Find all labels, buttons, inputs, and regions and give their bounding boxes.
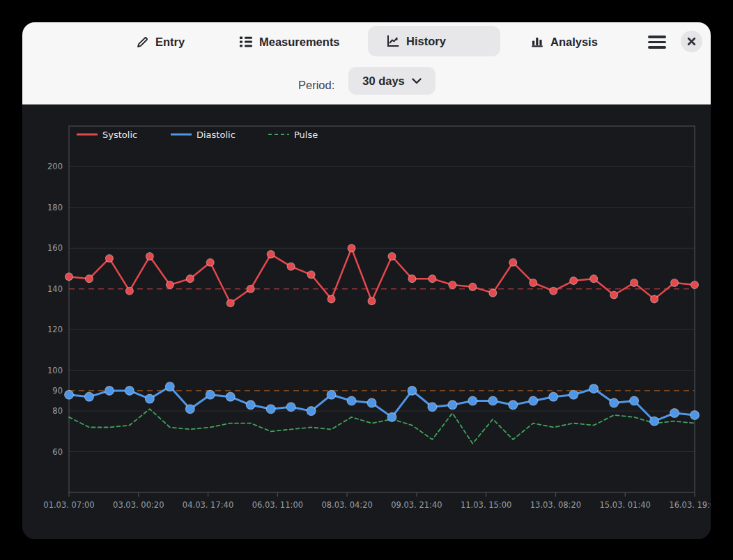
svg-text:Systolic: Systolic <box>102 130 137 140</box>
close-button[interactable] <box>681 31 702 52</box>
svg-text:80: 80 <box>52 406 63 416</box>
chart-area: 01.03. 07:0003.03. 00:2004.03. 17:4006.0… <box>22 104 711 539</box>
tab-history-label: History <box>406 35 446 48</box>
svg-text:160: 160 <box>47 243 63 253</box>
tab-measurements[interactable]: Measurements <box>239 29 340 54</box>
plot-border <box>69 126 695 492</box>
svg-text:140: 140 <box>47 284 63 294</box>
close-icon <box>687 37 696 46</box>
period-value: 30 days <box>362 75 405 88</box>
svg-text:04.03. 17:40: 04.03. 17:40 <box>183 500 233 510</box>
series-systolic <box>65 244 699 307</box>
x-axis-labels: 01.03. 07:0003.03. 00:2004.03. 17:4006.0… <box>43 492 711 510</box>
svg-text:06.03. 11:00: 06.03. 11:00 <box>252 500 303 510</box>
svg-text:15.03. 01:40: 15.03. 01:40 <box>600 500 651 510</box>
chart-legend: SystolicDiastolicPulse <box>77 130 318 140</box>
list-icon <box>239 35 253 49</box>
period-label: Period: <box>298 79 334 92</box>
series-pulse <box>69 409 695 444</box>
tab-entry[interactable]: Entry <box>136 29 185 54</box>
svg-text:03.03. 00:20: 03.03. 00:20 <box>113 500 164 510</box>
svg-text:16.03. 19:00: 16.03. 19:00 <box>669 500 711 510</box>
svg-text:Diastolic: Diastolic <box>196 130 236 140</box>
svg-text:08.03. 04:20: 08.03. 04:20 <box>321 500 372 510</box>
top-navigation-bar: Entry Measurements <box>22 22 711 104</box>
svg-text:180: 180 <box>47 203 63 212</box>
history-chart: 01.03. 07:0003.03. 00:2004.03. 17:4006.0… <box>22 104 711 539</box>
pencil-icon <box>136 36 149 49</box>
tab-entry-label: Entry <box>155 36 185 49</box>
app-window: Entry Measurements <box>22 22 711 539</box>
chevron-down-icon <box>412 78 422 84</box>
series-diastolic <box>65 382 700 426</box>
y-axis-labels: 608090100120140160180200 <box>47 162 63 456</box>
svg-text:13.03. 08:20: 13.03. 08:20 <box>530 500 581 510</box>
bar-chart-icon <box>530 35 544 49</box>
svg-text:11.03. 15:00: 11.03. 15:00 <box>461 500 511 510</box>
tab-history[interactable]: History <box>368 26 500 56</box>
svg-text:90: 90 <box>52 386 63 396</box>
period-dropdown[interactable]: 30 days <box>348 67 435 95</box>
svg-text:01.03. 07:00: 01.03. 07:00 <box>43 500 94 510</box>
tab-measurements-label: Measurements <box>259 36 340 49</box>
tab-analysis[interactable]: Analysis <box>530 29 598 54</box>
svg-text:100: 100 <box>47 366 63 375</box>
svg-text:200: 200 <box>47 162 63 171</box>
hamburger-menu-icon[interactable] <box>648 36 666 49</box>
line-chart-icon <box>386 34 400 48</box>
tab-analysis-label: Analysis <box>550 36 598 49</box>
svg-text:Pulse: Pulse <box>294 130 318 140</box>
svg-text:09.03. 21:40: 09.03. 21:40 <box>391 500 442 510</box>
svg-text:120: 120 <box>47 325 63 334</box>
svg-text:60: 60 <box>52 447 63 457</box>
